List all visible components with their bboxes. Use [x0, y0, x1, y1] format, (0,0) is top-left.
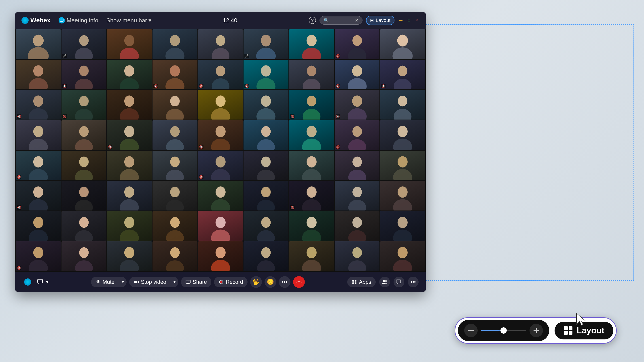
- table-row[interactable]: [107, 151, 152, 180]
- search-input[interactable]: [331, 18, 353, 23]
- table-row[interactable]: 🎤: [244, 29, 288, 59]
- layout-button-large[interactable]: Layout: [554, 322, 613, 340]
- table-row[interactable]: 🔇: [16, 90, 61, 120]
- table-row[interactable]: [16, 29, 61, 59]
- table-row[interactable]: [380, 90, 425, 120]
- table-row[interactable]: [289, 60, 334, 89]
- table-row[interactable]: 🔇: [62, 90, 106, 120]
- zoom-plus-button[interactable]: [530, 324, 543, 337]
- end-call-button[interactable]: [293, 276, 305, 288]
- table-row[interactable]: [107, 90, 152, 120]
- table-row[interactable]: [289, 241, 334, 271]
- table-row[interactable]: [380, 211, 425, 241]
- table-row[interactable]: [335, 181, 380, 211]
- table-row[interactable]: [198, 241, 243, 271]
- table-row[interactable]: [16, 211, 61, 241]
- table-row[interactable]: [152, 241, 198, 271]
- table-row[interactable]: 🔇: [198, 120, 243, 150]
- minimize-button[interactable]: —: [398, 18, 404, 23]
- table-row[interactable]: 🔇: [198, 60, 243, 89]
- table-row[interactable]: [107, 211, 152, 241]
- table-row[interactable]: 🔇: [335, 60, 380, 89]
- table-row[interactable]: [152, 29, 198, 59]
- participants-button[interactable]: [379, 277, 390, 287]
- table-row[interactable]: [107, 241, 152, 271]
- table-row[interactable]: [335, 211, 380, 241]
- table-row[interactable]: 🔇: [62, 60, 106, 89]
- toolbar-more-button[interactable]: •••: [408, 277, 418, 287]
- table-row[interactable]: 🔇: [380, 60, 425, 89]
- table-row[interactable]: 🔇: [289, 181, 334, 211]
- stop-video-dropdown[interactable]: ▾: [170, 277, 178, 287]
- chat-messages-button[interactable]: [394, 277, 404, 287]
- table-row[interactable]: [62, 211, 106, 241]
- table-row[interactable]: 🔇: [16, 151, 61, 180]
- table-row[interactable]: 🔇: [16, 241, 61, 271]
- layout-button-small[interactable]: ⊞ Layout: [366, 16, 394, 25]
- table-row[interactable]: [62, 151, 106, 180]
- table-row[interactable]: 🎤: [62, 29, 106, 59]
- zoom-slider-knob[interactable]: [500, 327, 507, 334]
- emoji-button[interactable]: 😊: [264, 276, 276, 288]
- table-row[interactable]: [335, 241, 380, 271]
- chat-button[interactable]: ▾: [37, 278, 48, 286]
- apps-button[interactable]: Apps: [347, 277, 376, 287]
- table-row[interactable]: [335, 151, 380, 180]
- more-options-button[interactable]: •••: [279, 276, 290, 288]
- table-row[interactable]: 🔇: [335, 90, 380, 120]
- zoom-minus-button[interactable]: [464, 324, 478, 337]
- table-row[interactable]: [244, 181, 288, 211]
- mute-button[interactable]: Mute: [91, 277, 119, 287]
- table-row[interactable]: [62, 120, 106, 150]
- table-row[interactable]: [380, 151, 425, 180]
- table-row[interactable]: [289, 29, 334, 59]
- table-row[interactable]: [152, 151, 198, 180]
- table-row[interactable]: [107, 181, 152, 211]
- help-icon[interactable]: ?: [309, 17, 316, 24]
- table-row[interactable]: 🔇: [335, 29, 380, 59]
- search-clear-icon[interactable]: ✕: [355, 18, 359, 23]
- table-row[interactable]: [289, 151, 334, 180]
- table-row[interactable]: [244, 151, 288, 180]
- table-row[interactable]: [198, 211, 243, 241]
- meeting-info-button[interactable]: Meeting info: [56, 16, 101, 25]
- table-row[interactable]: [198, 29, 243, 59]
- table-row[interactable]: 🔇: [152, 60, 198, 89]
- table-row[interactable]: [152, 120, 198, 150]
- table-row[interactable]: [244, 90, 288, 120]
- table-row[interactable]: [107, 60, 152, 89]
- webex-icon-btn[interactable]: [22, 277, 33, 287]
- table-row[interactable]: 🔇: [16, 181, 61, 211]
- table-row[interactable]: [244, 120, 288, 150]
- table-row[interactable]: 🔇: [289, 90, 334, 120]
- maximize-button[interactable]: □: [406, 18, 412, 23]
- table-row[interactable]: [244, 241, 288, 271]
- table-row[interactable]: [198, 181, 243, 211]
- table-row[interactable]: [16, 120, 61, 150]
- table-row[interactable]: [152, 181, 198, 211]
- table-row[interactable]: [198, 90, 243, 120]
- mute-dropdown[interactable]: ▾: [119, 277, 126, 287]
- table-row[interactable]: [16, 60, 61, 89]
- table-row[interactable]: [380, 241, 425, 271]
- zoom-slider[interactable]: [481, 330, 526, 331]
- table-row[interactable]: [152, 90, 198, 120]
- table-row[interactable]: [289, 211, 334, 241]
- table-row[interactable]: [380, 181, 425, 211]
- search-bar[interactable]: 🔍 ✕: [320, 16, 362, 24]
- share-button[interactable]: Share: [181, 277, 211, 287]
- table-row[interactable]: [380, 120, 425, 150]
- table-row[interactable]: [152, 211, 198, 241]
- table-row[interactable]: 🔇: [107, 120, 152, 150]
- show-menu-button[interactable]: Show menu bar ▾: [106, 17, 151, 24]
- table-row[interactable]: [107, 29, 152, 59]
- stop-video-button[interactable]: Stop video: [129, 277, 170, 287]
- table-row[interactable]: [380, 29, 425, 59]
- record-button[interactable]: Record: [214, 277, 247, 287]
- reaction-button[interactable]: 🖐: [250, 276, 262, 288]
- table-row[interactable]: 🔇: [244, 60, 288, 89]
- table-row[interactable]: [289, 120, 334, 150]
- table-row[interactable]: 🔇: [198, 151, 243, 180]
- table-row[interactable]: [244, 211, 288, 241]
- close-button[interactable]: ✕: [414, 18, 420, 23]
